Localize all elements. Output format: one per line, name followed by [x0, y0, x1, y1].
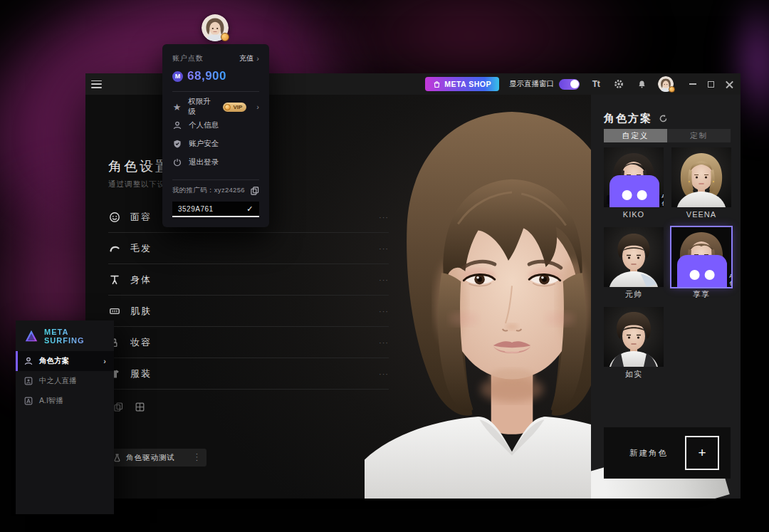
- sidebar-header: META SURFING: [16, 320, 114, 351]
- check-icon[interactable]: ✓: [246, 204, 253, 214]
- settings-menu: 面容 ··· 毛发 ··· 身体 ···: [108, 202, 389, 390]
- tab-custom[interactable]: 自定义: [604, 129, 667, 142]
- avatar-thumbnail: [604, 307, 664, 367]
- menu-item-logout[interactable]: 退出登录: [172, 153, 259, 172]
- promo-code-input[interactable]: 3529A761 ✓: [172, 202, 259, 217]
- new-character-block: 新建角色 +: [604, 427, 731, 479]
- menu-item-label: 肌肤: [130, 305, 152, 318]
- menu-item-label: 服装: [130, 367, 152, 380]
- hamburger-menu-icon[interactable]: [91, 80, 102, 88]
- avatar-card-xiangxiang[interactable]: A.I 角色 享享: [671, 227, 731, 301]
- meta-shop-label: META SHOP: [444, 80, 491, 88]
- avatar-card-veena[interactable]: VEENA: [671, 147, 731, 221]
- ai-face-icon: [677, 250, 727, 288]
- avatar-thumbnail: [671, 147, 731, 207]
- menu-item-hair[interactable]: 毛发 ···: [108, 233, 389, 264]
- avatar-level-badge: [669, 86, 675, 93]
- live-window-label: 显示直播窗口: [509, 79, 554, 89]
- menu-item-profile[interactable]: 个人信息: [172, 116, 259, 135]
- meta-surfing-logo: [24, 328, 38, 344]
- ai-badge-label: A.I 角色: [661, 193, 664, 207]
- points-currency-icon: M: [172, 71, 183, 82]
- body-icon: [108, 274, 120, 286]
- divider: [172, 91, 259, 92]
- ai-icon: [23, 397, 33, 405]
- menu-item-label: 个人信息: [189, 120, 219, 130]
- menu-item-clothing[interactable]: 服装 ···: [108, 358, 389, 390]
- sidebar-item-live-streaming[interactable]: 中之人直播: [16, 371, 114, 391]
- menu-item-upgrade[interactable]: ★ 权限升级 VIP ›: [172, 98, 259, 116]
- recharge-label: 充值: [239, 53, 253, 63]
- avatar-card-grid: A.I 角色 KIKO: [604, 147, 731, 387]
- more-options-icon[interactable]: ···: [379, 370, 389, 378]
- chevron-right-icon: ›: [103, 357, 106, 365]
- more-options-icon[interactable]: ···: [379, 276, 389, 284]
- desktop: META SHOP 显示直播窗口 Tt: [0, 0, 769, 532]
- points-label: 账户点数: [172, 53, 204, 63]
- flask-icon: [113, 454, 121, 462]
- more-options-icon[interactable]: ···: [379, 213, 389, 221]
- avatar-card-kiko[interactable]: A.I 角色 KIKO: [604, 147, 664, 221]
- avatar-card-yuanshuai[interactable]: 元帅: [604, 227, 664, 301]
- avatar-name: 元帅: [604, 287, 664, 301]
- new-character-label: 新建角色: [629, 448, 668, 459]
- live-window-toggle[interactable]: [559, 79, 580, 90]
- shopping-bag-icon: [433, 80, 441, 88]
- menu-item-label: 身体: [130, 273, 152, 286]
- sidebar-item-ai-broadcast[interactable]: A.I智播: [16, 391, 114, 411]
- divider: [172, 179, 259, 180]
- more-options-icon[interactable]: ···: [379, 338, 389, 347]
- settings-page-title: 角色设置: [108, 157, 171, 176]
- add-character-button[interactable]: +: [685, 436, 719, 470]
- notifications-bell-icon[interactable]: [635, 80, 648, 89]
- avatar-thumbnail: A.I 角色: [604, 147, 664, 207]
- ai-badge-label: A.I 角色: [729, 273, 731, 287]
- menu-item-makeup[interactable]: 妆容 ···: [108, 327, 389, 358]
- copy-icon[interactable]: [251, 187, 259, 195]
- star-icon: ★: [172, 103, 182, 112]
- tab-preset[interactable]: 定制: [667, 129, 731, 142]
- menu-item-skin[interactable]: 肌肤 ···: [108, 296, 389, 327]
- vip-label: VIP: [233, 104, 242, 110]
- minimize-button[interactable]: [689, 83, 696, 85]
- meta-shop-button[interactable]: META SHOP: [425, 77, 499, 91]
- ai-character-badge: A.I 角色: [607, 195, 664, 204]
- streamer-icon: [23, 377, 33, 385]
- promo-code-value: 3529A761: [178, 205, 214, 213]
- menu-item-body[interactable]: 身体 ···: [108, 264, 389, 296]
- window-controls: [689, 80, 733, 88]
- points-value: 68,900: [187, 69, 226, 83]
- menu-item-label: 退出登录: [189, 157, 219, 167]
- promo-code-label: 我的推广码：xyz24256: [172, 186, 245, 195]
- avatar-card-rushi[interactable]: 如实: [604, 307, 664, 381]
- avatar-thumbnail: A.I 角色: [671, 227, 731, 287]
- recharge-link[interactable]: 充值 ›: [239, 53, 259, 63]
- copy-icon[interactable]: [114, 402, 123, 412]
- panel-title-row: 角色方案: [604, 112, 668, 125]
- more-vertical-icon[interactable]: ···: [193, 453, 201, 462]
- menu-item-label: 面容: [130, 211, 152, 224]
- avatar-name: KIKO: [604, 207, 664, 221]
- user-avatar[interactable]: [658, 76, 674, 92]
- panel-tabs: 自定义 定制: [604, 129, 731, 142]
- user-avatar-large[interactable]: [202, 14, 229, 41]
- grid-icon[interactable]: [135, 402, 145, 412]
- toggle-knob: [570, 80, 579, 88]
- more-options-icon[interactable]: ···: [379, 244, 389, 253]
- avatar-name: 如实: [604, 367, 664, 381]
- account-dropdown: 账户点数 充值 › M 68,900 ★ 权限升级 VIP › 个人信息: [162, 44, 269, 227]
- person-icon: [23, 357, 33, 365]
- menu-item-label: 账户安全: [189, 139, 219, 149]
- more-options-icon[interactable]: ···: [379, 307, 389, 315]
- character-drive-test-button[interactable]: 角色驱动测试 ···: [108, 449, 206, 466]
- maximize-button[interactable]: [708, 81, 714, 88]
- close-button[interactable]: [726, 80, 733, 88]
- settings-gear-icon[interactable]: [612, 79, 625, 89]
- promo-code-row: 我的推广码：xyz24256: [172, 186, 259, 195]
- plus-icon: +: [698, 445, 706, 461]
- menu-item-security[interactable]: 账户安全: [172, 135, 259, 153]
- sidebar-item-character-plan[interactable]: 角色方案 ›: [16, 351, 114, 371]
- text-size-icon[interactable]: Tt: [590, 79, 602, 89]
- chevron-right-icon: ›: [256, 103, 259, 111]
- refresh-icon[interactable]: [659, 114, 668, 123]
